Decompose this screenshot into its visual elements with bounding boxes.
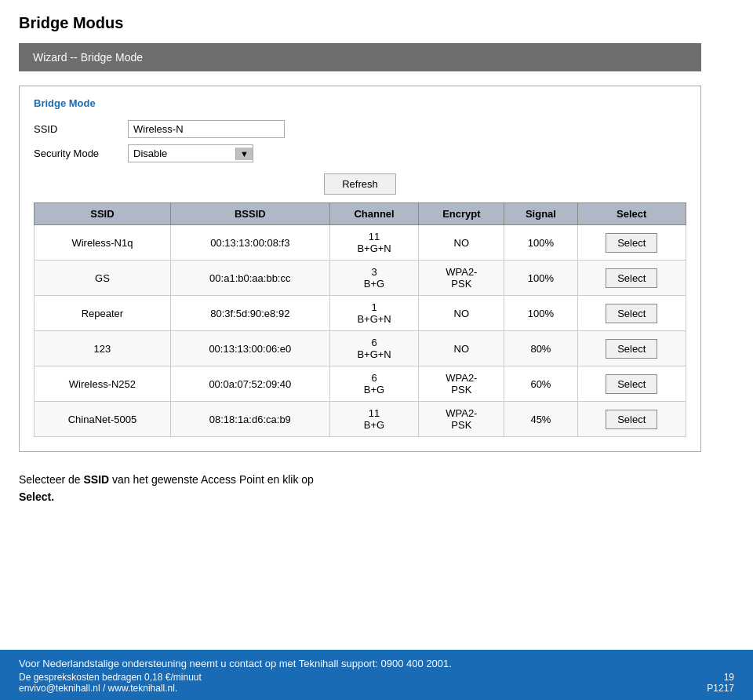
footer-line3: envivo@teknihall.nl / www.teknihall.nl. … <box>19 683 734 694</box>
footer-page-number: 19 <box>724 672 734 683</box>
cell-select: Select <box>577 366 686 402</box>
col-ssid: SSID <box>35 203 171 225</box>
cell-bssid: 80:3f:5d:90:e8:92 <box>170 296 329 331</box>
cell-encrypt: WPA2-PSK <box>419 261 504 296</box>
cell-select: Select <box>577 296 686 331</box>
cell-bssid: 00:0a:07:52:09:40 <box>170 366 329 402</box>
refresh-row: Refresh <box>34 173 686 195</box>
cell-signal: 100% <box>504 225 577 261</box>
info-select-label: Select. <box>19 490 54 503</box>
cell-encrypt: NO <box>419 296 504 331</box>
info-text: Selecteer de SSID van het gewenste Acces… <box>19 471 734 506</box>
cell-signal: 60% <box>504 366 577 402</box>
cell-select: Select <box>577 402 686 437</box>
select-button[interactable]: Select <box>606 268 657 288</box>
select-button[interactable]: Select <box>606 410 657 429</box>
ssid-input[interactable] <box>128 120 285 138</box>
cell-channel: 11B+G+N <box>329 225 419 261</box>
cell-bssid: 00:a1:b0:aa:bb:cc <box>170 261 329 296</box>
cell-ssid: Wireless-N252 <box>35 366 171 402</box>
col-bssid: BSSID <box>170 203 329 225</box>
cell-channel: 6B+G <box>329 366 419 402</box>
select-button[interactable]: Select <box>606 233 657 253</box>
security-select[interactable]: Disable ▼ <box>128 144 253 162</box>
info-text-before: Selecteer de <box>19 473 84 486</box>
table-header-row: SSID BSSID Channel Encrypt Signal Select <box>35 203 686 225</box>
cell-channel: 6B+G+N <box>329 331 419 366</box>
cell-signal: 80% <box>504 331 577 366</box>
cell-encrypt: WPA2-PSK <box>419 366 504 402</box>
page-title: Bridge Modus <box>19 14 734 32</box>
wizard-header: Wizard -- Bridge Mode <box>19 43 701 71</box>
security-select-value: Disable <box>129 145 235 162</box>
ssid-row: SSID <box>34 120 686 138</box>
cell-signal: 100% <box>504 261 577 296</box>
select-button[interactable]: Select <box>606 304 657 323</box>
cell-select: Select <box>577 261 686 296</box>
cell-select: Select <box>577 225 686 261</box>
security-row: Security Mode Disable ▼ <box>34 144 686 162</box>
chevron-down-icon: ▼ <box>235 148 253 160</box>
security-label: Security Mode <box>34 148 128 159</box>
bridge-mode-title: Bridge Mode <box>34 97 686 109</box>
footer-line2: De gesprekskosten bedragen 0,18 €/minuut… <box>19 672 734 683</box>
footer-cost: De gesprekskosten bedragen 0,18 €/minuut <box>19 672 202 683</box>
cell-ssid: Wireless-N1q <box>35 225 171 261</box>
cell-channel: 11B+G <box>329 402 419 437</box>
info-ssid-bold: SSID <box>84 473 110 486</box>
footer: Voor Nederlandstalige ondersteuning neem… <box>0 650 753 700</box>
refresh-button[interactable]: Refresh <box>324 173 396 195</box>
cell-ssid: GS <box>35 261 171 296</box>
table-row: GS 00:a1:b0:aa:bb:cc 3B+G WPA2-PSK 100% … <box>35 261 686 296</box>
col-encrypt: Encrypt <box>419 203 504 225</box>
cell-bssid: 00:13:13:00:08:f3 <box>170 225 329 261</box>
cell-ssid: ChinaNet-5005 <box>35 402 171 437</box>
cell-ssid: 123 <box>35 331 171 366</box>
info-text-after: van het gewenste Access Point en klik op <box>109 473 314 486</box>
cell-signal: 45% <box>504 402 577 437</box>
cell-channel: 1B+G+N <box>329 296 419 331</box>
cell-ssid: Repeater <box>35 296 171 331</box>
cell-bssid: 08:18:1a:d6:ca:b9 <box>170 402 329 437</box>
ssid-label: SSID <box>34 123 128 135</box>
table-row: Wireless-N1q 00:13:13:00:08:f3 11B+G+N N… <box>35 225 686 261</box>
cell-signal: 100% <box>504 296 577 331</box>
table-row: Wireless-N252 00:0a:07:52:09:40 6B+G WPA… <box>35 366 686 402</box>
col-signal: Signal <box>504 203 577 225</box>
network-table: SSID BSSID Channel Encrypt Signal Select… <box>34 202 686 437</box>
cell-encrypt: WPA2-PSK <box>419 402 504 437</box>
footer-email: envivo@teknihall.nl / www.teknihall.nl. <box>19 683 177 694</box>
footer-line1: Voor Nederlandstalige ondersteuning neem… <box>19 658 734 669</box>
select-button[interactable]: Select <box>606 339 657 359</box>
cell-encrypt: NO <box>419 331 504 366</box>
cell-channel: 3B+G <box>329 261 419 296</box>
table-row: ChinaNet-5005 08:18:1a:d6:ca:b9 11B+G WP… <box>35 402 686 437</box>
bridge-mode-box: Bridge Mode SSID Security Mode Disable ▼… <box>19 86 701 452</box>
table-row: Repeater 80:3f:5d:90:e8:92 1B+G+N NO 100… <box>35 296 686 331</box>
select-button[interactable]: Select <box>606 374 657 394</box>
col-select: Select <box>577 203 686 225</box>
footer-doc-number: P1217 <box>707 683 734 694</box>
cell-encrypt: NO <box>419 225 504 261</box>
col-channel: Channel <box>329 203 419 225</box>
cell-select: Select <box>577 331 686 366</box>
cell-bssid: 00:13:13:00:06:e0 <box>170 331 329 366</box>
table-row: 123 00:13:13:00:06:e0 6B+G+N NO 80% Sele… <box>35 331 686 366</box>
